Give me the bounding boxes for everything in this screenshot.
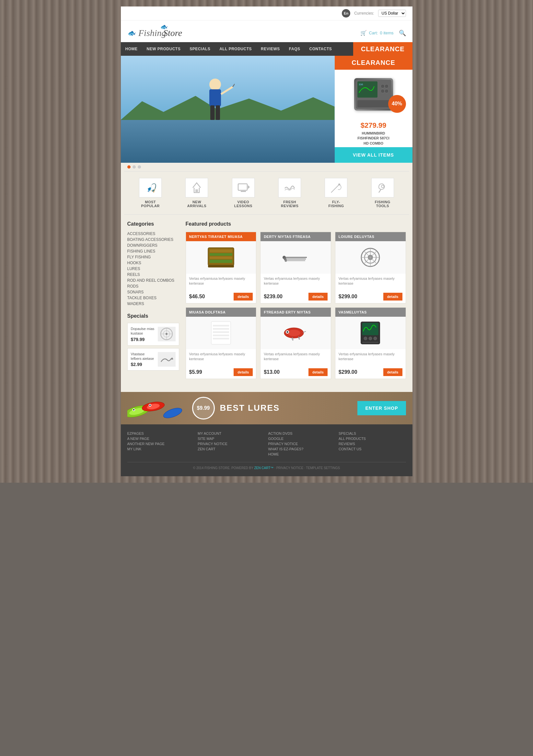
slider-dot-2[interactable] xyxy=(133,165,136,169)
list-item[interactable]: ACCESSORIES xyxy=(127,231,179,237)
footer-link-contact-us[interactable]: CONTACT US xyxy=(339,446,406,451)
list-item[interactable]: LURES xyxy=(127,266,179,272)
cat-fishing-tools[interactable]: FISHINGTOOLS xyxy=(367,178,399,208)
list-item[interactable]: TACKLE BOXES xyxy=(127,295,179,301)
footer-link-reviews[interactable]: REVIEWS xyxy=(339,441,406,446)
footer-link-another-page[interactable]: ANOTHER NEW PAGE xyxy=(127,441,195,446)
footer-link-action-dvds[interactable]: ACTION DVDS xyxy=(268,431,336,436)
product-body-3: Vertas erfyamiusa lerfyases masely kerte… xyxy=(335,274,406,291)
site-header: 🐟 Fishing Store 🐟 🛒 Cart: 0 items 🔍 xyxy=(121,20,413,42)
site-logo[interactable]: 🐟 Fishing Store 🐟 xyxy=(127,24,189,42)
svg-point-12 xyxy=(385,84,389,88)
cat-link-tackle[interactable]: TACKLE BOXES xyxy=(127,295,179,301)
best-lures-text: BEST LURES xyxy=(220,403,280,413)
cat-link-boating[interactable]: BOATING ACCESSORIES xyxy=(127,237,179,242)
slider-dot-1[interactable] xyxy=(127,165,131,169)
svg-point-30 xyxy=(165,333,167,335)
list-item[interactable]: ROD AND REEL COMBOS xyxy=(127,278,179,284)
footer-link-my-account[interactable]: MY ACCOUNT xyxy=(198,431,265,436)
currency-selector[interactable]: US Dollar Euro GBP xyxy=(378,10,406,17)
cat-link-waders[interactable]: WADERS xyxy=(127,301,179,307)
cat-video-lessons[interactable]: VIDEOLESSONS xyxy=(227,178,260,208)
nav-all-products[interactable]: ALL PRODUCTS xyxy=(215,42,256,56)
product-desc-3: Vertas erfyamiusa lerfyases masely kerte… xyxy=(339,276,402,286)
svg-point-13 xyxy=(381,89,385,93)
list-item[interactable]: WADERS xyxy=(127,301,179,307)
banner-price-circle: $9.99 xyxy=(192,397,215,419)
cat-link-lines[interactable]: FISHING LINES xyxy=(127,248,179,254)
clearance-button[interactable]: CLEARANCE xyxy=(353,42,413,56)
list-item[interactable]: HOOKS xyxy=(127,260,179,266)
list-item[interactable]: SONARS xyxy=(127,289,179,295)
nav-reviews[interactable]: REVIEWS xyxy=(256,42,285,56)
product-header-1: NERTYAS TIRAYAET MIUASA xyxy=(186,232,256,241)
nav-specials[interactable]: SPECIALS xyxy=(185,42,215,56)
details-btn-5[interactable]: details xyxy=(309,368,328,376)
cat-link-reels[interactable]: REELS xyxy=(127,272,179,278)
details-btn-4[interactable]: details xyxy=(234,368,253,376)
zencart-link[interactable]: ZEN CART™ xyxy=(254,466,274,470)
footer-link-ezpages[interactable]: EZPAGES xyxy=(127,431,195,436)
list-item[interactable]: FLY FISHING xyxy=(127,254,179,260)
product-body-1: Vertas erfyamiusa lerfyases masely kerte… xyxy=(186,274,256,291)
details-btn-2[interactable]: details xyxy=(309,293,328,301)
cat-link-combos[interactable]: ROD AND REEL COMBOS xyxy=(127,278,179,284)
fishing-tools-icon xyxy=(371,178,394,198)
footer-link-privacy2[interactable]: PRIVACY NOTICE xyxy=(268,441,336,446)
cat-fly-fishing[interactable]: FLY-FISHING xyxy=(320,178,352,208)
cat-link-hooks[interactable]: HOOKS xyxy=(127,260,179,266)
search-button[interactable]: 🔍 xyxy=(399,30,406,37)
cat-link-rods[interactable]: RODS xyxy=(127,284,179,289)
cat-link-lures[interactable]: LURES xyxy=(127,266,179,272)
footer-link-google[interactable]: GOOGLE xyxy=(268,436,336,441)
list-item[interactable]: REELS xyxy=(127,272,179,278)
special-card-text-2: Vtastase lefbers aietase $2.99 xyxy=(131,352,155,367)
cat-link-downriggers[interactable]: DOWNRIGGERS xyxy=(127,242,179,248)
fishing-tools-label: FISHINGTOOLS xyxy=(375,200,391,208)
special-card-2[interactable]: Vtastase lefbers aietase $2.99 xyxy=(127,348,179,371)
fly-fishing-label: FLY-FISHING xyxy=(328,200,344,208)
product-card-5: FTREASAD ERTY NIYTAS xyxy=(260,307,331,379)
main-content: Categories ACCESSORIES BOATING ACCESSORI… xyxy=(121,215,413,386)
footer-link-all-products[interactable]: ALL PRODUCTS xyxy=(339,436,406,441)
footer-link-home[interactable]: HOME xyxy=(268,451,336,457)
nav-home[interactable]: HOME xyxy=(121,42,142,56)
cart-info[interactable]: 🛒 Cart: 0 items xyxy=(360,30,393,36)
cat-link-accessories[interactable]: ACCESSORIES xyxy=(127,231,179,237)
slider-dot-3[interactable] xyxy=(138,165,141,169)
cat-most-popular[interactable]: 🎣 MOSTPOPULAR xyxy=(134,178,166,208)
list-item[interactable]: FISHING LINES xyxy=(127,248,179,254)
footer-link-my-link[interactable]: MY LINK xyxy=(127,446,195,451)
cat-link-fly[interactable]: FLY FISHING xyxy=(127,254,179,260)
list-item[interactable]: BOATING ACCESSORIES xyxy=(127,237,179,242)
view-all-button[interactable]: VIEW ALL ITEMS xyxy=(335,147,413,163)
details-btn-3[interactable]: details xyxy=(383,293,402,301)
footer-link-specials[interactable]: SPECIALS xyxy=(339,431,406,436)
footer-link-zen-cart[interactable]: ZEN CART xyxy=(198,446,265,451)
cat-fresh-reviews[interactable]: FRESHREVIEWS xyxy=(273,178,306,208)
footer-link-privacy[interactable]: PRIVACY NOTICE xyxy=(198,441,265,446)
product-header-2: DERTY NIYTAS FTREASA xyxy=(261,232,331,241)
footer-link-ez-pages[interactable]: WHAT IS EZ-PAGES? xyxy=(268,446,336,451)
nav-new-products[interactable]: NEW PRODUCTS xyxy=(142,42,185,56)
nav-faqs[interactable]: FAQS xyxy=(285,42,305,56)
product-header-5: FTREASAD ERTY NIYTAS xyxy=(261,308,331,317)
footer-link-site-map[interactable]: SITE MAP xyxy=(198,436,265,441)
special-card-1[interactable]: Dopaulse mias kustase $79.99 xyxy=(127,323,179,346)
svg-line-8 xyxy=(233,77,235,87)
footer-link-new-page[interactable]: A NEW PAGE xyxy=(127,436,195,441)
list-item[interactable]: RODS xyxy=(127,284,179,289)
cat-link-sonars[interactable]: SONARS xyxy=(127,289,179,295)
svg-rect-34 xyxy=(210,256,232,259)
nav-contacts[interactable]: CONTACTS xyxy=(305,42,336,56)
product-desc-2: Vertas erfyamiusa lerfyases masely kerte… xyxy=(264,276,328,286)
product-header-6: VASMELUYTAS xyxy=(335,308,406,317)
footer-col-2: MY ACCOUNT SITE MAP PRIVACY NOTICE ZEN C… xyxy=(198,431,265,457)
language-button[interactable]: En xyxy=(342,9,350,17)
details-btn-6[interactable]: details xyxy=(383,368,402,376)
enter-shop-button[interactable]: ENTER SHOP xyxy=(357,401,406,415)
details-btn-1[interactable]: details xyxy=(234,293,253,301)
list-item[interactable]: DOWNRIGGERS xyxy=(127,242,179,248)
special-card-name-1: Dopaulse mias kustase xyxy=(131,326,155,336)
cat-new-arrivals[interactable]: NEWARRIVALS xyxy=(181,178,213,208)
